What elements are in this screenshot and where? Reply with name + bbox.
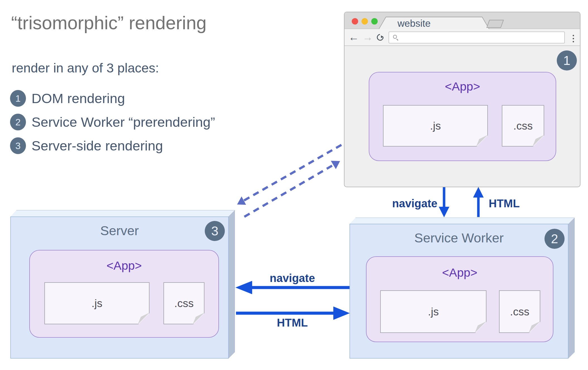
navigate-left-label: navigate xyxy=(250,272,334,284)
service-worker-box-right-face xyxy=(568,218,575,359)
forward-button[interactable]: → xyxy=(362,29,373,45)
server-box-top-face xyxy=(10,210,235,217)
js-file-icon: .js xyxy=(383,105,488,147)
css-file-icon: .css xyxy=(163,282,204,324)
css-file-label: .css xyxy=(174,297,194,310)
legend-label: DOM rendering xyxy=(32,91,125,106)
overflow-menu-icon[interactable] xyxy=(572,34,575,43)
refresh-icon[interactable] xyxy=(375,33,385,42)
html-right-label: HTML xyxy=(250,317,334,329)
service-worker-app-box: <App> .js .css xyxy=(366,256,553,342)
step-badge-1: 1 xyxy=(557,50,577,70)
server-app-box: <App> .js .css xyxy=(29,250,219,338)
css-file-icon: .css xyxy=(502,105,544,147)
browser-app-box: <App> .js .css xyxy=(369,72,556,161)
url-bar[interactable] xyxy=(389,31,565,43)
back-button[interactable]: ← xyxy=(348,29,359,45)
css-file-icon: .css xyxy=(499,290,540,333)
legend-list: 1 DOM rendering 2 Service Worker “preren… xyxy=(10,90,215,161)
subtitle: render in any of 3 places: xyxy=(12,60,159,76)
browser-toolbar: ← → xyxy=(344,29,580,46)
service-worker-box-top-face xyxy=(350,218,575,224)
page-title: “trisomorphic” rendering xyxy=(11,12,207,33)
app-tag-label: <App> xyxy=(367,266,553,279)
legend-badge-2: 2 xyxy=(10,114,26,130)
js-file-label: .js xyxy=(430,120,441,132)
js-file-label: .js xyxy=(91,297,102,310)
app-tag-label: <App> xyxy=(30,259,218,272)
browser-server-dashed-arrow xyxy=(237,145,341,205)
app-tag-label: <App> xyxy=(369,80,556,93)
navigate-down-arrow xyxy=(439,187,449,217)
legend-label: Service Worker “prerendering” xyxy=(32,114,215,130)
step-badge-3: 3 xyxy=(205,221,225,241)
maximize-icon[interactable] xyxy=(371,18,378,25)
next-tab-stub[interactable] xyxy=(486,20,504,28)
css-file-label: .css xyxy=(510,306,529,318)
html-up-label: HTML xyxy=(489,197,520,210)
legend-item-dom: 1 DOM rendering xyxy=(10,90,215,107)
browser-titlebar: website xyxy=(344,12,580,29)
service-worker-title: Service Worker xyxy=(350,231,568,245)
legend-item-server-side: 3 Server-side rendering xyxy=(10,137,215,154)
css-file-label: .css xyxy=(513,120,532,132)
server-browser-dashed-arrow xyxy=(244,161,340,217)
js-file-icon: .js xyxy=(44,282,150,324)
legend-badge-3: 3 xyxy=(10,137,26,154)
server-box-right-face xyxy=(228,210,235,359)
step-badge-2: 2 xyxy=(544,229,565,249)
diagram-canvas: “trisomorphic” rendering render in any o… xyxy=(0,0,588,370)
legend-badge-1: 1 xyxy=(10,90,26,107)
js-file-label: .js xyxy=(428,306,439,318)
html-up-arrow xyxy=(473,187,484,217)
minimize-icon[interactable] xyxy=(362,18,368,25)
navigate-down-label: navigate xyxy=(382,197,437,210)
search-icon xyxy=(393,35,397,39)
legend-item-service-worker: 2 Service Worker “prerendering” xyxy=(10,113,215,131)
tab-title[interactable]: website xyxy=(379,17,489,29)
server-title: Server xyxy=(11,223,228,238)
close-icon[interactable] xyxy=(352,18,358,25)
legend-label: Server-side rendering xyxy=(32,138,163,154)
browser-tab[interactable]: website xyxy=(379,17,490,29)
js-file-icon: .js xyxy=(380,290,486,333)
